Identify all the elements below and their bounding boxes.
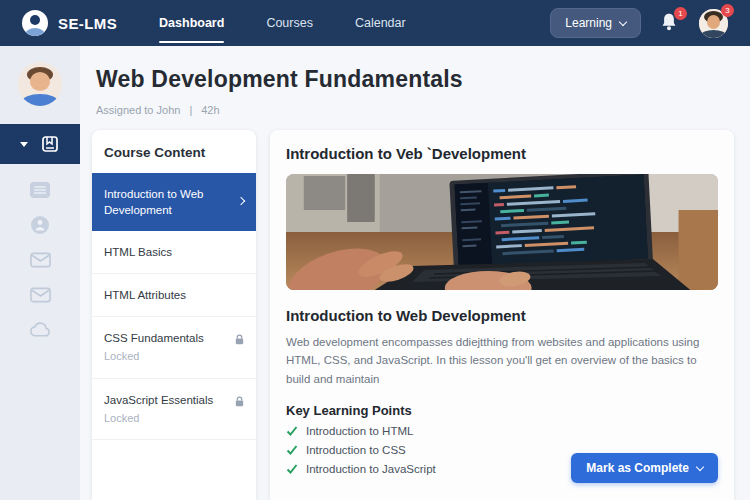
left-sidebar [0, 46, 80, 500]
content-row: Course Content Introduction to Web Devel… [80, 116, 750, 500]
caret-down-icon [20, 142, 28, 147]
course-item-label: JavaScript Essentials [104, 394, 213, 406]
brand-logo-user-icon [22, 10, 48, 36]
sidebar-item-cloud[interactable] [23, 320, 57, 340]
chevron-right-icon [237, 197, 245, 205]
lock-icon [233, 333, 246, 346]
check-icon [286, 425, 298, 437]
course-book-icon [40, 134, 60, 154]
course-content-panel: Course Content Introduction to Web Devel… [92, 130, 256, 500]
profile-avatar-button[interactable]: 3 [699, 9, 728, 38]
cloud-icon [29, 322, 52, 338]
nav-calendar[interactable]: Calendar [355, 0, 406, 46]
nav-courses[interactable]: Courses [266, 0, 313, 46]
main-content: Web Development Fundamentals Assigned to… [80, 46, 750, 500]
course-item-label: Introduction to Web Development [104, 188, 204, 216]
sidebar-item-messages[interactable] [23, 250, 57, 270]
sidebar-item-courses-active[interactable] [0, 124, 80, 164]
course-item-html-attributes[interactable]: HTML Attributes [92, 274, 256, 317]
course-item-label: CSS Fundamentals [104, 332, 204, 344]
duration-label: 42h [201, 104, 219, 116]
top-navbar: SE-LMS Dashboard Courses Calendar Learni… [0, 0, 750, 46]
mail-icon [30, 287, 51, 303]
course-item-css-fundamentals[interactable]: CSS Fundamentals Locked [92, 317, 256, 378]
lesson-title: Introduction to Veb `Development [286, 145, 718, 162]
sidebar-item-list[interactable] [23, 180, 57, 200]
lock-icon [233, 395, 246, 408]
chevron-down-icon [619, 17, 627, 25]
course-item-label: HTML Basics [104, 246, 172, 258]
course-item-html-basics[interactable]: HTML Basics [92, 231, 256, 274]
list-icon [29, 181, 51, 199]
bell-notification-badge: 1 [674, 7, 687, 20]
course-item-label: HTML Attributes [104, 289, 186, 301]
chevron-down-icon [696, 462, 704, 470]
lesson-panel: Introduction to Veb `Development [270, 130, 734, 500]
laptop-coding-illustration [286, 174, 718, 290]
profile-notification-badge: 3 [721, 4, 734, 17]
lms-app-window: SE-LMS Dashboard Courses Calendar Learni… [0, 0, 750, 500]
mark-as-complete-label: Mark as Complete [586, 461, 689, 475]
course-item-intro-web[interactable]: Introduction to Web Development [92, 173, 256, 231]
page-meta: Assigned to John | 42h [96, 104, 734, 116]
sidebar-icon-list [0, 180, 80, 340]
course-item-javascript-essentials[interactable]: JavaScript Essentials Locked [92, 379, 256, 440]
nav-dashboard[interactable]: Dashboard [159, 0, 224, 46]
user-circle-icon [30, 215, 50, 235]
key-points-title: Key Learning Points [286, 403, 718, 418]
lesson-body-text: Web development encompasses ddiejtthing … [286, 333, 718, 388]
course-content-header: Course Content [92, 130, 256, 173]
learning-dropdown-button[interactable]: Learning [550, 8, 641, 38]
topbar-right-cluster: Learning 1 3 [550, 8, 728, 38]
brand-name: SE-LMS [58, 15, 117, 32]
check-icon [286, 463, 298, 475]
meta-divider: | [189, 104, 192, 116]
mail-icon [30, 252, 51, 268]
key-point-row: Introduction to HTML [286, 425, 718, 437]
sidebar-user-avatar[interactable] [18, 62, 62, 106]
page-title: Web Development Fundamentals [96, 66, 734, 93]
locked-label: Locked [104, 349, 230, 364]
top-navigation: Dashboard Courses Calendar [159, 0, 406, 46]
learning-dropdown-label: Learning [565, 16, 612, 30]
lesson-heading: Introduction to Web Development [286, 307, 718, 324]
brand[interactable]: SE-LMS [22, 10, 117, 36]
locked-label: Locked [104, 411, 230, 426]
key-point-label: Introduction to HTML [306, 425, 413, 437]
check-icon [286, 444, 298, 456]
notifications-bell-button[interactable]: 1 [659, 12, 681, 34]
page-header: Web Development Fundamentals Assigned to… [80, 46, 750, 116]
key-point-label: Introduction to CSS [306, 444, 406, 456]
lesson-image [286, 174, 718, 290]
key-point-label: Introduction to JavaScript [306, 463, 436, 475]
mark-as-complete-button[interactable]: Mark as Complete [571, 453, 718, 483]
sidebar-item-profile[interactable] [23, 215, 57, 235]
assigned-to-label: Assigned to John [96, 104, 180, 116]
sidebar-item-inbox[interactable] [23, 285, 57, 305]
